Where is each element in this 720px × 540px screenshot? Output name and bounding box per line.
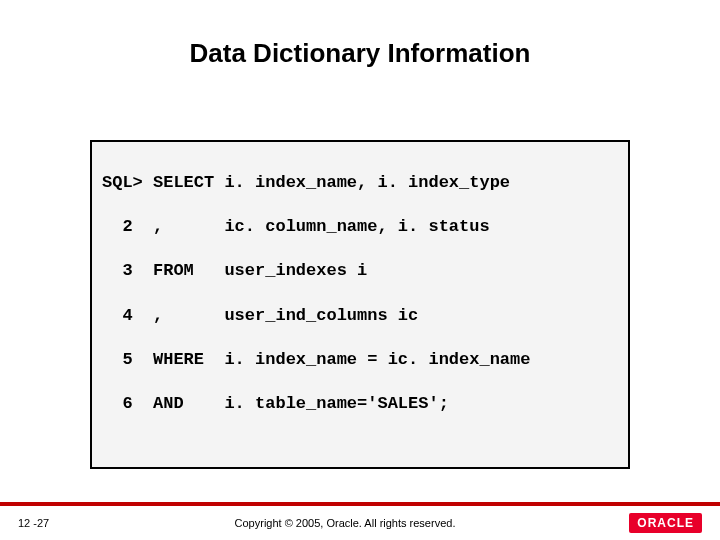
code-line: 4 , user_ind_columns ic xyxy=(102,305,618,327)
footer: 12 -27 Copyright © 2005, Oracle. All rig… xyxy=(0,506,720,540)
copyright-text: Copyright © 2005, Oracle. All rights res… xyxy=(98,517,592,529)
page-number: 12 -27 xyxy=(18,517,98,529)
slide: Data Dictionary Information SQL> SELECT … xyxy=(0,0,720,540)
sql-code-block: SQL> SELECT i. index_name, i. index_type… xyxy=(90,140,630,469)
code-line: 2 , ic. column_name, i. status xyxy=(102,216,618,238)
code-line: 6 AND i. table_name='SALES'; xyxy=(102,393,618,415)
brand-logo: ORACLE xyxy=(592,513,702,533)
code-line: SQL> SELECT i. index_name, i. index_type xyxy=(102,172,618,194)
oracle-logo-icon: ORACLE xyxy=(629,513,702,533)
page-title: Data Dictionary Information xyxy=(0,38,720,69)
code-line: 5 WHERE i. index_name = ic. index_name xyxy=(102,349,618,371)
code-line: 3 FROM user_indexes i xyxy=(102,260,618,282)
